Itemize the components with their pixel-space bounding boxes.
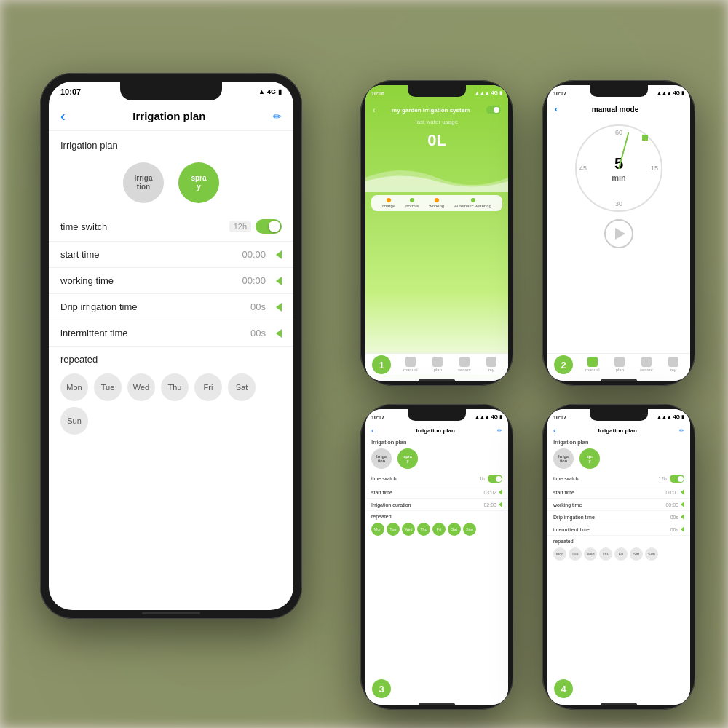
p4-section: Irrigation plan: [547, 436, 690, 447]
day-sun[interactable]: Sun: [60, 407, 88, 435]
day-wed[interactable]: Wed: [127, 373, 155, 401]
p3-signal: ▲▲▲ 4G ▮: [475, 414, 502, 420]
p3-toggle[interactable]: [488, 475, 502, 483]
p4-repeated-label: repeated: [547, 536, 690, 545]
time-switch-right: 12h: [229, 219, 282, 234]
day-sat[interactable]: Sat: [228, 373, 256, 401]
p4-day-row: Mon Tue Wed Thu Fri Sat Sun: [547, 545, 690, 563]
p4-day-tue[interactable]: Tue: [569, 547, 582, 561]
p4-intermittent-row[interactable]: intermittent time 00s: [547, 523, 690, 536]
p2-plan-label: plan: [616, 368, 624, 372]
home-bar-3: [419, 703, 455, 705]
p4-day-wed[interactable]: Wed: [584, 547, 597, 561]
p1-status-charge-label: charge: [382, 204, 395, 208]
p2-nav-manual[interactable]: manual: [585, 357, 600, 372]
status-time: 10:07: [60, 87, 81, 96]
time-switch-toggle[interactable]: [256, 219, 282, 234]
irrigation-btn[interactable]: Irriga tion: [123, 162, 164, 203]
home-bar-2: [601, 379, 637, 381]
p4-start-row[interactable]: start time 00:00: [547, 486, 690, 499]
p1-nav-sensor[interactable]: sensor: [458, 357, 471, 372]
p1-status-auto-label: Automatic watering: [454, 204, 491, 208]
p4-start-val: 00:00: [665, 490, 678, 495]
p3-day-thu[interactable]: Thu: [417, 523, 430, 536]
p3-day-sat[interactable]: Sat: [448, 523, 461, 536]
p1-status-auto: Automatic watering: [454, 198, 491, 208]
dial-unit: min: [612, 173, 626, 182]
home-bar-4: [601, 703, 637, 705]
p3-start-time-row[interactable]: start time 03:02: [365, 486, 508, 499]
p4-working-row[interactable]: working time 00:00: [547, 499, 690, 511]
p3-start-time-label: start time: [371, 490, 392, 495]
p3-time-switch-right: 1h: [479, 475, 502, 483]
p3-spray-btn[interactable]: spra y: [397, 448, 418, 469]
back-button[interactable]: ‹: [60, 108, 66, 124]
day-fri[interactable]: Fri: [194, 373, 222, 401]
play-button[interactable]: [604, 219, 633, 248]
p3-irr-btn[interactable]: Irriga tion: [371, 448, 392, 469]
p2-manual-label: manual: [585, 368, 600, 372]
p3-day-fri[interactable]: Fri: [432, 523, 446, 536]
p3-day-wed[interactable]: Wed: [402, 523, 415, 536]
drip-time-row[interactable]: Drip irrigation time 00s: [49, 294, 293, 320]
p4-edit[interactable]: ✏: [679, 427, 684, 434]
day-tue[interactable]: Tue: [94, 373, 122, 401]
dial-dot: [642, 135, 648, 141]
p1-toggle-knob: [494, 107, 499, 113]
p1-toggle[interactable]: [486, 106, 501, 114]
start-time-row[interactable]: start time 00:00: [49, 242, 293, 268]
p4-irr-btn[interactable]: Irriga tion: [553, 448, 574, 469]
p4-drip-row[interactable]: Drip irrigation time 00s: [547, 511, 690, 523]
p1-manual-icon: [405, 357, 416, 367]
p1-my-icon: [486, 357, 496, 367]
p4-day-thu[interactable]: Thu: [599, 547, 612, 561]
edit-button[interactable]: ✏: [273, 111, 282, 122]
p3-day-sun[interactable]: Sun: [463, 523, 476, 536]
p2-header: ‹ manual mode: [547, 101, 690, 117]
section-label: Irrigation plan: [49, 131, 293, 157]
p4-spray-btn[interactable]: spr y: [579, 448, 600, 469]
p4-day-mon[interactable]: Mon: [553, 547, 566, 561]
start-time-arrow: [276, 250, 282, 259]
p1-back[interactable]: ‹: [373, 106, 375, 114]
p3-day-row: Mon Tue Wed Thu Fri Sat Sun: [365, 521, 508, 538]
intermittent-time-row[interactable]: intermittent time 00s: [49, 320, 293, 347]
p4-day-sun[interactable]: Sun: [645, 547, 658, 561]
spray-btn[interactable]: spra y: [178, 162, 219, 203]
status-icons: ▲ 4G ▮: [258, 88, 282, 95]
drip-time-arrow: [276, 303, 282, 312]
p1-status-charge: charge: [382, 198, 395, 208]
p2-nav-my[interactable]: my: [668, 357, 678, 372]
p4-toggle[interactable]: [670, 475, 684, 483]
p1-wave-area: [365, 156, 508, 192]
p2-nav-sensor[interactable]: sensor: [640, 357, 653, 372]
repeated-label: repeated: [49, 347, 293, 369]
day-thu[interactable]: Thu: [161, 373, 189, 401]
p3-day-mon[interactable]: Mon: [371, 523, 384, 536]
p4-time: 10:07: [553, 415, 566, 420]
p4-day-fri[interactable]: Fri: [614, 547, 628, 561]
day-mon[interactable]: Mon: [60, 373, 88, 401]
p4-drip-right: 00s: [670, 514, 684, 520]
p1-dot-auto: [471, 198, 475, 202]
p3-duration-arrow: [499, 502, 502, 507]
p3-duration-row[interactable]: Irrigation duration 02:03: [365, 499, 508, 511]
p1-volume: 0L: [365, 131, 508, 150]
p3-duration-value: 02:03: [483, 502, 496, 507]
p1-sensor-label: sensor: [458, 368, 471, 372]
p4-day-sat[interactable]: Sat: [630, 547, 643, 561]
working-time-label: working time: [60, 275, 114, 286]
p3-day-tue[interactable]: Tue: [387, 523, 400, 536]
p2-nav-plan[interactable]: plan: [614, 357, 625, 372]
p3-irr-row: Irriga tion spra y: [365, 447, 508, 472]
main-phone-screen: 10:07 ▲ 4G ▮ ‹ Irrigation plan ✏ Irrigat…: [49, 82, 293, 610]
p1-nav-plan[interactable]: plan: [432, 357, 443, 372]
p1-sensor-icon: [459, 357, 470, 367]
dial-label-30: 30: [615, 200, 622, 207]
p3-edit[interactable]: ✏: [497, 427, 502, 434]
p1-nav-manual[interactable]: manual: [403, 357, 418, 372]
p1-nav-my[interactable]: my: [486, 357, 496, 372]
p1-status-normal-label: normal: [405, 204, 419, 208]
p1-dot-charge: [387, 198, 391, 202]
working-time-row[interactable]: working time 00:00: [49, 268, 293, 294]
